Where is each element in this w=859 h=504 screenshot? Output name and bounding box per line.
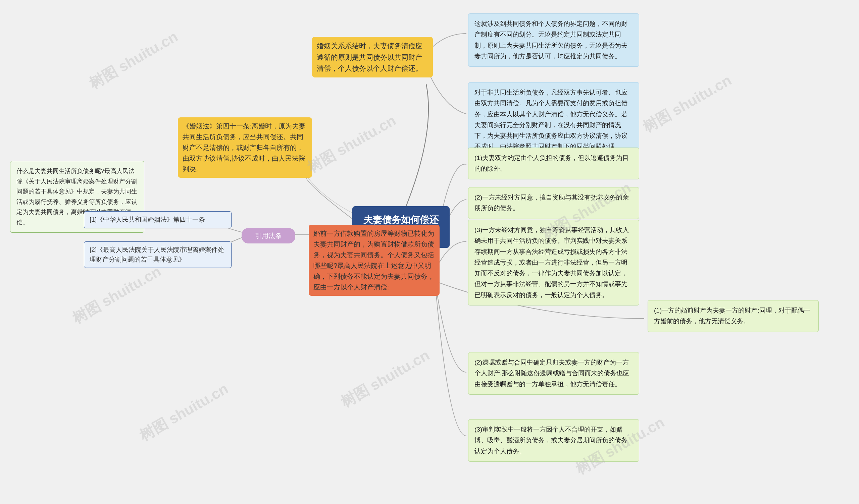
law-ref-2-node: [2]《最高人民法院关于人民法院审理离婚案件处理财产分割问题的若干具体意见》 [84,241,231,268]
right-list-1-node: (1)夫妻双方约定由个人负担的债务，但以逃避债务为目的的除外。 [468,147,639,179]
right-info-1-node: 这就涉及到共同债务和个人债务的界定问题，不同的财产制度有不同的划分。无论是约定共… [468,13,639,67]
law-connector-label: 引用法条 [255,232,282,239]
right-list-5-node: (2)遗嘱或赠与合同中确定只归夫或妻一方的财产为一方个人财产,那么附随这份遗嘱或… [468,352,639,395]
principle-node: 婚姻关系系结时，夫妻债务清偿应遵循的原则是共同债务以共同财产清偿，个人债务以个人… [312,37,433,77]
right-list-4-text: (1)一方的婚前财产为夫妻一方的财产;同理，对于配偶一方婚前的债务，他方无清偿义… [654,307,810,325]
right-list-5-text: (2)遗嘱或赠与合同中确定只归夫或妻一方的财产为一方个人财产,那么附随这份遗嘱或… [474,359,629,388]
right-info-1-text: 这就涉及到共同债务和个人债务的界定问题，不同的财产制度有不同的划分。无论是约定共… [474,20,628,60]
mindmap-container: 树图 shuitu.cn 树图 shuitu.cn 树图 shuitu.cn 树… [0,0,859,504]
law-text-node: 《婚姻法》第四十一条:离婚时，原为夫妻共同生活所负债务，应当共同偿还。共同财产不… [178,117,312,178]
right-list-2-node: (2)一方未经对方同意，擅自资助与其没有抚养义务的亲朋所负的债务。 [468,187,639,219]
watermark-4: 树图 shuitu.cn [69,262,165,328]
right-list-3-text: (3)一方未经对方同意，独自筹资从事经营活动，其收入确未用于共同生活所负的债务。… [474,226,629,298]
law-ref-2-text: [2]《最高人民法院关于人民法院审理离婚案件处理财产分割问题的若干具体意见》 [90,246,224,263]
watermark-7: 树图 shuitu.cn [136,379,232,446]
right-list-6-node: (3)审判实践中一般将一方因个人不合理的开支，如赌博、吸毒、酗酒所负债务，或夫妻… [468,419,639,462]
law-text-label: 《婚姻法》第四十一条:离婚时，原为夫妻共同生活所负债务，应当共同偿还。共同财产不… [183,122,305,173]
right-list-6-text: (3)审判实践中一般将一方因个人不合理的开支，如赌博、吸毒、酗酒所负债务，或夫妻… [474,426,628,455]
right-info-2-node: 对于非共同生活所负债务，凡经双方事先认可者、也应由双方共同清偿。凡为个人需要而支… [468,82,639,157]
watermark-2: 树图 shuitu.cn [304,111,400,177]
law-ref-1-node: [1]《中华人民共和国婚姻法》第四十一条 [84,211,231,229]
personal-debt-node: 婚前一方借款购置的房屋等财物已转化为夫妻共同财产的，为购置财物借款所负债务，视为… [309,225,440,296]
law-connector-node: 引用法条 [242,228,295,243]
personal-debt-label: 婚前一方借款购置的房屋等财物已转化为夫妻共同财产的，为购置财物借款所负债务，视为… [313,230,434,291]
watermark-6: 树图 shuitu.cn [639,70,735,137]
law-ref-1-text: [1]《中华人民共和国婚姻法》第四十一条 [90,216,205,223]
watermark-5: 树图 shuitu.cn [337,345,433,412]
right-list-1-text: (1)夫妻双方约定由个人负担的债务，但以逃避债务为目的的除外。 [474,154,629,172]
right-info-2-text: 对于非共同生活所负债务，凡经双方事先认可者、也应由双方共同清偿。凡为个人需要而支… [474,89,628,150]
principle-label: 婚姻关系系结时，夫妻债务清偿应遵循的原则是共同债务以共同财产清偿，个人债务以个人… [317,42,422,72]
watermark-1: 树图 shuitu.cn [86,27,182,94]
right-list-4-node: (1)一方的婚前财产为夫妻一方的财产;同理，对于配偶一方婚前的债务，他方无清偿义… [648,300,819,332]
right-list-3-node: (3)一方未经对方同意，独自筹资从事经营活动，其收入确未用于共同生活所负的债务。… [468,220,639,305]
right-list-2-text: (2)一方未经对方同意，擅自资助与其没有抚养义务的亲朋所负的债务。 [474,194,629,211]
